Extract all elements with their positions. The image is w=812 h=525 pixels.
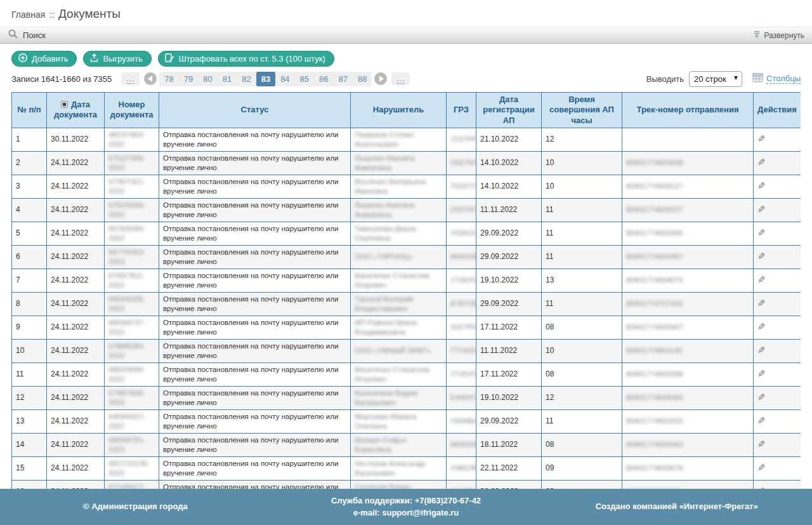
plus-circle-icon [18,53,28,65]
cell-violator-redacted-text: ООО «ТИРОНЦ» [355,253,412,260]
add-button[interactable]: Добавить [11,51,77,67]
cell-actions: ✎ [754,269,801,292]
cell-hours: 08 [542,316,622,339]
edit-icon[interactable]: ✎ [757,415,766,427]
edit-icon[interactable]: ✎ [757,227,766,239]
edit-icon[interactable]: ✎ [757,462,766,474]
next-page-button[interactable] [374,72,387,85]
edit-icon[interactable]: ✎ [757,251,766,263]
header-col-actions[interactable]: Действия [754,93,801,128]
edit-icon[interactable]: ✎ [757,392,766,404]
edit-icon[interactable]: ✎ [757,157,766,169]
cell-reg-date: 18.11.2022 [476,433,542,456]
page-button-86[interactable]: 86 [314,72,333,86]
table-row: 324.11.20226736/7321-2022Отправка постан… [12,175,801,198]
cell-num: 13 [12,409,47,433]
edit-icon[interactable]: ✎ [757,204,766,216]
breadcrumb-home-link[interactable]: Главная [11,10,45,20]
cell-hours: 11 [542,198,622,222]
edit-icon[interactable]: ✎ [757,133,766,145]
page-button-80[interactable]: 80 [198,72,217,86]
cell-doc-date: 24.11.2022 [47,409,105,433]
cell-violator: Казаченков Вадим Валерьевич [351,386,447,409]
cell-doc-number: 6677/9263-2022 [105,245,159,269]
pagination-ellipsis-right[interactable]: ... [391,72,410,85]
cell-hours: 10 [542,339,622,362]
header-col-doc-date[interactable]: Дата документа [47,93,105,128]
edit-icon[interactable]: ✎ [757,368,766,380]
header-col-doc-number[interactable]: Номер документа [105,93,159,128]
fine-all-button[interactable]: Штрафовать всех по ст. 5.3 (100 штук) [158,51,334,67]
table-row: 130.11.20224822/7803-2022Отправка постан… [12,128,801,151]
edit-icon[interactable]: ✎ [757,321,766,333]
export-button[interactable]: Выгрузить [83,51,151,67]
cell-doc-number: 6859/8791-2022 [105,433,159,456]
cell-status: Отправка постановления на почту нарушите… [159,151,351,175]
cell-track: 80401774604127 [622,175,754,198]
page-button-88[interactable]: 88 [353,72,372,86]
cell-grz: У227РР161 [447,128,476,151]
edit-icon[interactable]: ✎ [757,345,766,357]
cell-actions: ✎ [754,292,801,316]
cell-num: 5 [12,222,47,245]
cell-track: 80401774604208 [622,151,754,175]
cell-doc-number-redacted-text: 4822/7803-2022 [108,131,145,148]
edit-icon[interactable]: ✎ [757,274,766,286]
table-row: 724.11.20226749/7811-2022Отправка постан… [12,269,801,292]
cell-violator: Тимошкова Диана Сергеевна [351,222,447,245]
cell-doc-date: 24.11.2022 [47,362,105,386]
table-row: 624.11.20226677/9263-2022Отправка постан… [12,245,801,269]
header-col-hours[interactable]: Время совершения АП часы [542,93,622,128]
edit-icon[interactable]: ✎ [757,180,766,192]
table-row: 1024.11.20226788/8284-2022Отправка поста… [12,339,801,362]
pagination-ellipsis-left[interactable]: ... [121,72,140,85]
header-col-status[interactable]: Статус [159,93,351,128]
page-button-81[interactable]: 81 [218,72,237,86]
cell-track: 80401774600062 [622,433,754,456]
cell-num: 8 [12,292,47,316]
page-button-83[interactable]: 83 [256,72,275,86]
cell-track-redacted-text: 80401774600062 [626,441,683,448]
cell-hours: 11 [542,222,622,245]
cell-doc-date: 24.11.2022 [47,456,105,480]
cell-reg-date: 21.10.2022 [476,128,542,151]
cell-grz-redacted-text: Т774ОО798 [450,347,476,354]
cell-actions: ✎ [754,316,801,339]
edit-icon[interactable]: ✎ [757,298,766,310]
export-button-label: Выгрузить [103,54,142,63]
cell-doc-number: 6748/7836-2022 [105,386,159,409]
cell-violator: ООО «УМНЫЙ ЛИФТ» [351,339,447,362]
edit-icon[interactable]: ✎ [757,439,766,451]
search-panel-header[interactable]: Поиск Развернуть [0,27,812,44]
page-button-87[interactable]: 87 [334,72,353,86]
page-button-84[interactable]: 84 [275,72,294,86]
cell-doc-number-redacted-text: 6859/8791-2022 [108,436,145,453]
page-button-78[interactable]: 78 [159,72,178,86]
header-col-grz[interactable]: ГРЗ [447,93,476,128]
rows-per-page-select[interactable]: 20 строк [689,71,742,87]
expand-search-button[interactable]: Развернуть [753,30,804,40]
header-col-num[interactable]: № п/п [12,93,47,128]
cell-track [622,128,754,151]
cell-doc-number-redacted-text: 6676/9289-2022 [108,225,145,242]
pagination-bar: Записи 1641-1660 из 7355 ... 78798081828… [11,70,801,87]
columns-button[interactable]: Столбцы [752,73,801,85]
cell-doc-date: 24.11.2022 [47,269,105,292]
rows-per-page-label: Выводить [646,74,684,84]
cell-actions: ✎ [754,409,801,433]
header-col-track[interactable]: Трек-номер отправления [622,93,754,128]
cell-doc-date: 24.11.2022 [47,433,105,456]
table-row: 1124.11.20226853/9690-2022Отправка поста… [12,362,801,386]
cell-violator-redacted-text: Василенко Станислав Игоревич [355,366,429,383]
header-col-violator[interactable]: Нарушитель [351,93,447,128]
cell-actions: ✎ [754,151,801,175]
page-button-85[interactable]: 85 [295,72,314,86]
page-button-82[interactable]: 82 [237,72,256,86]
cell-violator: Василенко Станислав Игоревич [351,269,447,292]
header-col-reg-date[interactable]: Дата регистрации АП [476,93,542,128]
cell-track-redacted-text: 80401774602956 [626,229,683,237]
prev-page-button[interactable] [144,72,157,85]
page-button-79[interactable]: 79 [179,72,198,86]
cell-track-redacted-text: 80401774707202 [626,300,683,307]
search-panel-label: Поиск [23,30,46,40]
